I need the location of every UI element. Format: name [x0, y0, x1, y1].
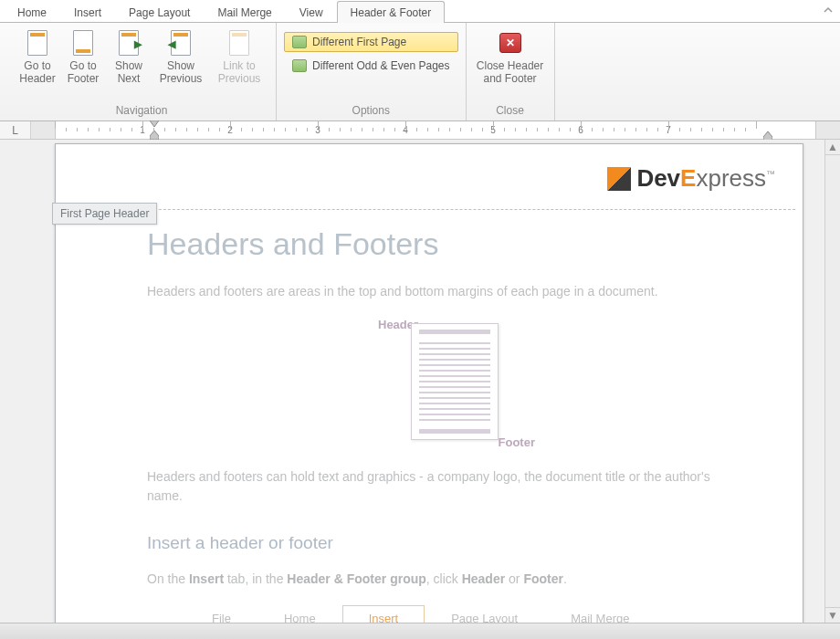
ribbon: Go to Header Go to Footer ▶ Show Next ◀ …: [0, 23, 840, 121]
subtab-mail-merge: Mail Merge: [544, 605, 656, 623]
different-odd-even-label: Different Odd & Even Pages: [312, 59, 450, 72]
svg-marker-1: [150, 131, 159, 140]
doc-para-2: Headers and footers can hold text and gr…: [147, 467, 730, 506]
tab-header-footer[interactable]: Header & Footer: [337, 1, 446, 23]
page-prev-icon: ◀: [171, 30, 191, 56]
vertical-scrollbar[interactable]: ▲ ▼: [824, 140, 840, 623]
close-header-footer-button[interactable]: ✕ Close Header and Footer: [474, 26, 547, 87]
document-area: First Page Header DevExpress™ Headers an…: [0, 140, 840, 623]
svg-marker-0: [150, 120, 159, 127]
trademark-icon: ™: [766, 169, 775, 179]
logo-text-bold: Dev: [636, 164, 680, 192]
different-first-page-icon: [292, 36, 307, 48]
ribbon-group-close: ✕ Close Header and Footer Close: [467, 23, 555, 120]
logo-text-accent: E: [680, 164, 696, 192]
hanging-indent-marker[interactable]: [150, 131, 159, 140]
different-odd-even-icon: [292, 59, 307, 72]
doc-subtabs-illustration: File Home Insert Page Layout Mail Merge: [185, 605, 730, 623]
show-previous-button[interactable]: ◀ Show Previous: [152, 26, 210, 87]
different-odd-even-toggle[interactable]: Different Odd & Even Pages: [284, 56, 458, 76]
subtab-page-layout: Page Layout: [425, 605, 544, 623]
header-tag: First Page Header: [52, 203, 157, 225]
tab-insert[interactable]: Insert: [60, 1, 115, 23]
link-to-previous-button: Link to Previous: [210, 26, 268, 87]
horizontal-ruler: L 1234567: [0, 121, 840, 140]
doc-para-1: Headers and footers are areas in the top…: [147, 282, 730, 301]
page-header-icon: [27, 30, 47, 56]
close-icon: ✕: [499, 33, 521, 53]
subtab-file: File: [185, 605, 257, 623]
page-next-icon: ▶: [119, 30, 139, 56]
ruler-track[interactable]: 1234567: [31, 121, 840, 139]
go-to-footer-button[interactable]: Go to Footer: [60, 26, 106, 87]
ribbon-tab-strip: Home Insert Page Layout Mail Merge View …: [0, 0, 840, 23]
illustration-page-icon: [411, 323, 499, 440]
illustration-header-footer: Header Footer: [320, 318, 557, 453]
ribbon-group-navigation: Go to Header Go to Footer ▶ Show Next ◀ …: [7, 23, 277, 120]
doc-title: Headers and Footers: [147, 226, 730, 262]
devexpress-logo: DevExpress™: [607, 164, 775, 193]
ribbon-collapse-icon[interactable]: [822, 4, 835, 16]
page-footer-icon: [73, 30, 93, 56]
page-1: First Page Header DevExpress™ Headers an…: [55, 143, 803, 623]
scroll-down-icon[interactable]: ▼: [825, 607, 840, 623]
first-line-indent-marker[interactable]: [150, 120, 159, 128]
different-first-page-label: Different First Page: [312, 36, 406, 48]
different-first-page-toggle[interactable]: Different First Page: [284, 32, 458, 52]
go-to-header-button[interactable]: Go to Header: [15, 26, 60, 87]
illustration-footer-label: Footer: [499, 435, 535, 449]
show-next-button[interactable]: ▶ Show Next: [106, 26, 152, 87]
tab-mail-merge[interactable]: Mail Merge: [204, 1, 285, 23]
tab-view[interactable]: View: [286, 1, 337, 23]
status-bar: [0, 623, 840, 639]
group-label-close: Close: [474, 104, 547, 120]
group-label-navigation: Navigation: [15, 104, 268, 120]
subtab-insert: Insert: [342, 605, 425, 623]
scroll-up-icon[interactable]: ▲: [825, 140, 840, 155]
doc-para-3: On the Insert tab, in the Header & Foote…: [147, 570, 730, 589]
tab-home[interactable]: Home: [4, 1, 60, 23]
doc-heading-2: Insert a header or footer: [147, 533, 730, 553]
logo-text-rest: xpress: [696, 164, 766, 192]
page-link-icon: [229, 30, 249, 56]
ribbon-group-options: Different First Page Different Odd & Eve…: [277, 23, 467, 120]
devexpress-logo-mark-icon: [607, 167, 631, 191]
document-body: Headers and Footers Headers and footers …: [147, 226, 730, 623]
tab-page-layout[interactable]: Page Layout: [115, 1, 204, 23]
group-label-options: Options: [284, 104, 458, 120]
ruler-corner[interactable]: L: [0, 121, 31, 139]
subtab-home: Home: [257, 605, 342, 623]
